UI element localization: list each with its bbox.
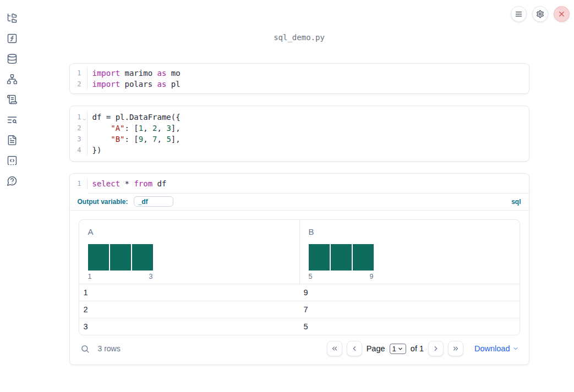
table-row: 27 <box>79 301 520 318</box>
table-row: 19 <box>79 284 520 301</box>
hamburger-menu-icon <box>515 10 523 18</box>
code-line: 1df = pl.DataFrame({ <box>70 112 529 123</box>
line-number: 4 <box>70 145 88 156</box>
histogram-min-label: 5 <box>309 273 313 280</box>
page-of-label: of 1 <box>411 344 424 353</box>
code-line: 2import polars as pl <box>70 79 529 90</box>
histogram-bar <box>88 244 109 270</box>
table-cell: 7 <box>299 301 520 318</box>
line-number: 2 <box>70 79 88 90</box>
histogram-max-label: 9 <box>370 273 374 280</box>
histogram-bar <box>331 244 352 270</box>
previous-page-button[interactable] <box>347 341 362 356</box>
first-page-button[interactable] <box>327 341 342 356</box>
pagination: Page 1 of 1 <box>327 341 519 356</box>
folder-tree-icon <box>7 13 18 24</box>
table-body: 192735 <box>79 284 520 335</box>
table-header: A13B59 <box>79 220 520 284</box>
code-snippet-icon <box>7 155 18 166</box>
sidebar-item-data-sources[interactable] <box>6 52 19 65</box>
gear-icon <box>536 10 544 18</box>
code-text: import marimo as mo <box>88 68 181 79</box>
cells-column: 1import marimo as mo2import polars as pl… <box>69 63 529 365</box>
histogram-bar <box>309 244 330 270</box>
code-text: }) <box>88 145 102 156</box>
settings-button[interactable] <box>532 6 548 22</box>
code-line: 2 "A": [1, 2, 3], <box>70 123 529 134</box>
shutdown-button[interactable] <box>554 6 570 22</box>
line-number: 3 <box>70 134 88 145</box>
column-header-A[interactable]: A13 <box>79 220 299 284</box>
histogram-bar <box>353 244 374 270</box>
table-cell: 3 <box>79 318 299 335</box>
search-button[interactable] <box>80 343 91 354</box>
notebook-filename: sql_demo.py <box>24 33 574 42</box>
code-cell-imports[interactable]: 1import marimo as mo2import polars as pl <box>69 63 529 94</box>
column-name: B <box>309 227 511 236</box>
chevron-right-icon <box>432 345 440 352</box>
line-number: 1 <box>70 178 88 189</box>
histogram-bar <box>110 244 131 270</box>
code-text: "B": [9, 7, 5], <box>88 134 181 145</box>
line-number: 1 <box>70 68 88 79</box>
histogram-min-label: 1 <box>88 273 92 280</box>
sql-editor[interactable]: 1select * from df <box>70 174 529 193</box>
code-text: import polars as pl <box>88 79 181 90</box>
topbar <box>511 6 570 22</box>
function-square-icon <box>7 33 18 44</box>
scroll-icon <box>7 94 18 105</box>
histogram-axis-labels: 13 <box>88 273 153 280</box>
sidebar-item-dependency-graph[interactable] <box>6 73 19 86</box>
sidebar-item-help[interactable] <box>6 174 19 187</box>
code-cell-dataframe[interactable]: 1df = pl.DataFrame({2 "A": [1, 2, 3],3 "… <box>69 106 529 162</box>
table-cell: 5 <box>299 318 520 335</box>
sidebar-item-variables[interactable] <box>6 32 19 45</box>
column-name: A <box>88 227 291 236</box>
sidebar-item-scratchpad[interactable] <box>6 93 19 106</box>
column-header-B[interactable]: B59 <box>299 220 520 284</box>
table-cell: 1 <box>79 284 299 301</box>
database-icon <box>7 53 18 64</box>
sql-cell-block: 1select * from df Output variable: sql A… <box>69 173 529 365</box>
chevron-down-icon <box>397 346 403 352</box>
sidebar <box>0 0 24 392</box>
close-x-icon <box>557 10 566 18</box>
sidebar-item-snippets[interactable] <box>6 154 19 167</box>
code-text: "A": [1, 2, 3], <box>88 123 181 134</box>
sidebar-item-file-explorer[interactable] <box>6 12 19 25</box>
sidebar-item-logs[interactable] <box>6 113 19 126</box>
sql-cell-footer: Output variable: sql <box>70 194 529 211</box>
line-number: 2 <box>70 123 88 134</box>
sql-language-badge: sql <box>511 198 521 206</box>
column-histogram <box>309 244 511 270</box>
chevrons-right-icon <box>452 345 460 352</box>
code-line: 1import marimo as mo <box>70 68 529 79</box>
code-line: 3 "B": [9, 7, 5], <box>70 134 529 145</box>
column-histogram <box>88 244 291 270</box>
file-text-icon <box>7 135 18 146</box>
help-circle-icon <box>7 175 18 186</box>
search-icon <box>80 344 90 354</box>
last-page-button[interactable] <box>448 341 463 356</box>
histogram-max-label: 3 <box>149 273 153 280</box>
chevron-left-icon <box>351 345 358 352</box>
histogram-bar <box>132 244 153 270</box>
page-select[interactable]: 1 <box>390 344 406 354</box>
notebook-main: sql_demo.py 1import marimo as mo2import … <box>24 0 574 392</box>
row-count: 3 rows <box>98 344 121 353</box>
output-variable-label: Output variable: <box>78 198 128 206</box>
page-select-value: 1 <box>392 345 396 353</box>
table-footer: 3 rows Page 1 <box>79 341 520 356</box>
sidebar-item-documentation[interactable] <box>6 134 19 147</box>
marimo-app: sql_demo.py 1import marimo as mo2import … <box>0 0 574 392</box>
output-panel: A13B59 192735 3 rows <box>70 211 529 365</box>
network-icon <box>7 74 18 85</box>
output-variable-input[interactable] <box>134 196 173 207</box>
code-text: select * from df <box>88 178 167 189</box>
menu-button[interactable] <box>511 6 527 22</box>
code-line: 1select * from df <box>70 178 529 189</box>
next-page-button[interactable] <box>428 341 444 356</box>
page-label: Page <box>367 344 385 353</box>
code-text: df = pl.DataFrame({ <box>88 112 181 123</box>
download-button[interactable]: Download <box>474 344 519 353</box>
